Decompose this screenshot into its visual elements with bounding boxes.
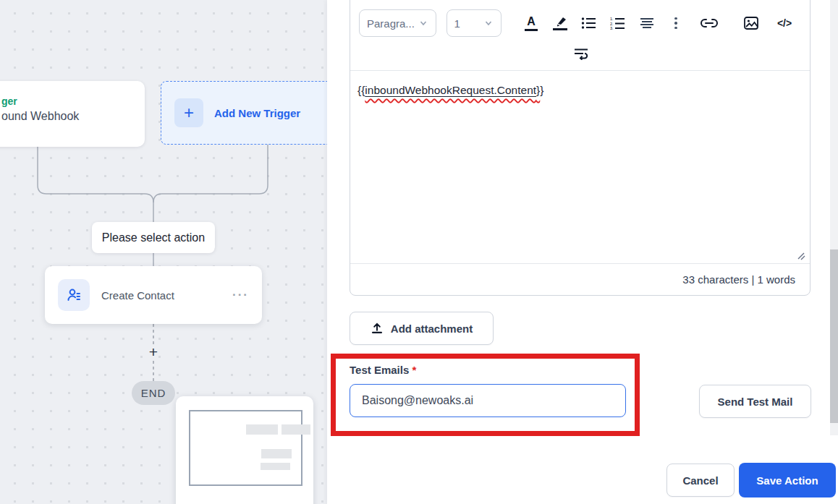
wrap-text-icon — [574, 48, 588, 60]
trigger-node-inbound-webhook[interactable]: ger ound Webhook — [0, 81, 145, 147]
text-color-button[interactable]: A — [519, 11, 543, 35]
send-test-mail-button[interactable]: Send Test Mail — [699, 385, 811, 418]
node-menu-icon[interactable]: ··· — [232, 288, 249, 302]
add-attachment-label: Add attachment — [391, 323, 473, 335]
highlighter-icon — [553, 16, 567, 30]
email-body-text: {{inboundWebhookRequest.Content}} — [357, 84, 803, 97]
editor-footer: 33 characters | 1 words — [350, 263, 810, 295]
font-size-select[interactable]: 1 — [446, 9, 501, 37]
bullet-list-icon — [581, 17, 597, 30]
action-settings-panel: Paragra... 1 A — [327, 0, 838, 504]
font-size-value: 1 — [454, 17, 460, 30]
svg-text:3.: 3. — [610, 26, 614, 30]
trigger-name-label: ound Webhook — [1, 110, 145, 123]
add-step-plus-icon[interactable]: + — [146, 345, 161, 359]
trigger-type-label: ger — [1, 95, 145, 107]
minimap-placeholder-bar — [261, 449, 292, 458]
please-select-action-label: Please select action — [92, 222, 215, 253]
test-emails-label: Test Emails * — [350, 364, 416, 376]
add-new-trigger-label: Add New Trigger — [214, 107, 300, 119]
paragraph-style-value: Paragra... — [367, 17, 415, 30]
action-node-create-contact[interactable]: Create Contact ··· — [45, 266, 262, 324]
cancel-button[interactable]: Cancel — [666, 464, 735, 497]
cancel-label: Cancel — [682, 474, 718, 487]
chevron-down-icon — [483, 18, 494, 28]
numbered-list-button[interactable]: 1. 2. 3. — [606, 11, 630, 35]
highlight-color-button[interactable] — [548, 11, 572, 35]
kebab-menu-icon — [674, 17, 677, 29]
text-color-icon: A — [525, 16, 538, 31]
minimap-placeholder-bar — [282, 424, 310, 435]
svg-text:2.: 2. — [610, 22, 614, 26]
wrap-text-button[interactable] — [360, 44, 801, 63]
image-icon — [744, 17, 758, 30]
align-icon — [640, 17, 654, 29]
editor-toolbar: Paragra... 1 A — [350, 0, 810, 71]
rich-text-editor[interactable]: Paragra... 1 A — [350, 0, 811, 296]
minimap-preview-card — [176, 396, 313, 504]
code-view-button[interactable]: </> — [772, 11, 797, 35]
minimap-placeholder-bar — [246, 424, 278, 435]
more-options-button[interactable] — [664, 11, 688, 35]
send-test-mail-label: Send Test Mail — [718, 396, 793, 408]
link-icon — [700, 17, 719, 29]
test-emails-input[interactable] — [350, 384, 626, 417]
email-body-textarea[interactable]: {{inboundWebhookRequest.Content}} — [350, 71, 810, 263]
save-action-button[interactable]: Save Action — [739, 463, 836, 497]
required-asterisk: * — [412, 364, 416, 376]
resize-handle[interactable] — [797, 252, 805, 260]
save-action-label: Save Action — [756, 474, 818, 487]
chevron-down-icon — [418, 18, 428, 28]
contact-icon — [58, 279, 90, 311]
add-attachment-button[interactable]: Add attachment — [350, 312, 494, 345]
plus-icon: + — [174, 98, 203, 127]
end-badge: END — [132, 381, 175, 405]
align-button[interactable] — [635, 11, 659, 35]
action-node-label: Create Contact — [101, 289, 232, 302]
bullet-list-button[interactable] — [577, 11, 601, 35]
numbered-list-icon: 1. 2. 3. — [610, 17, 626, 30]
minimap-placeholder-bar — [261, 463, 290, 470]
panel-scrollbar-track[interactable] — [830, 0, 838, 435]
paragraph-style-select[interactable]: Paragra... — [359, 9, 436, 37]
svg-text:1.: 1. — [610, 17, 614, 21]
code-icon: </> — [777, 17, 792, 29]
insert-image-button[interactable] — [739, 11, 763, 35]
character-count: 33 characters | 1 words — [682, 273, 795, 286]
panel-scrollbar-thumb[interactable] — [830, 249, 838, 423]
insert-link-button[interactable] — [697, 11, 721, 35]
minimap-viewport-rect — [189, 410, 302, 486]
upload-icon — [371, 322, 384, 335]
